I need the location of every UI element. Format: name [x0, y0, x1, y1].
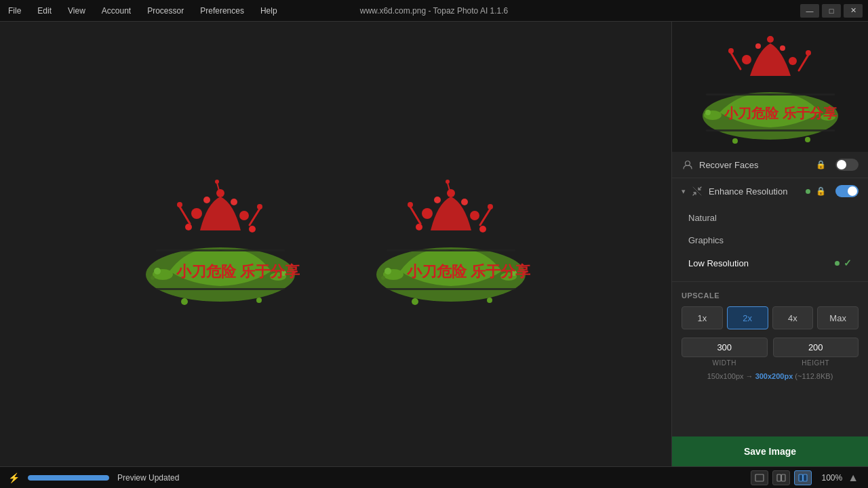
mode-low-resolution-indicators: ✓ — [835, 258, 852, 268]
zoom-up-button[interactable]: ▲ — [846, 472, 860, 484]
svg-point-27 — [422, 208, 433, 219]
minimize-button[interactable]: — — [800, 4, 819, 18]
svg-point-13 — [177, 202, 182, 207]
menu-preferences[interactable]: Preferences — [197, 5, 247, 17]
height-field: HEIGHT — [773, 338, 859, 367]
size-from: 150x100px — [707, 372, 744, 380]
close-button[interactable]: ✕ — [844, 4, 863, 18]
svg-rect-54 — [706, 94, 835, 96]
menu-view[interactable]: View — [65, 5, 88, 17]
svg-point-53 — [806, 50, 811, 56]
svg-point-24 — [384, 268, 391, 274]
enhance-resolution-lock-icon: 🔒 — [816, 186, 826, 196]
mode-graphics-label: Graphics — [688, 235, 724, 245]
svg-point-51 — [767, 36, 774, 43]
svg-point-33 — [479, 226, 486, 232]
title-bar: File Edit View Account Processor Prefere… — [0, 0, 868, 22]
mode-natural[interactable]: Natural — [679, 207, 861, 229]
svg-point-58 — [805, 137, 810, 142]
zoom-level: 100% — [821, 473, 842, 483]
svg-point-50 — [780, 45, 785, 51]
svg-point-30 — [461, 199, 468, 205]
activity-icon[interactable]: ⚡ — [8, 472, 20, 483]
svg-rect-60 — [755, 474, 764, 481]
menu-processor[interactable]: Processor — [144, 5, 186, 17]
svg-point-28 — [470, 211, 479, 220]
save-image-button[interactable]: Save Image — [672, 436, 868, 466]
menu-help[interactable]: Help — [258, 5, 280, 17]
height-input[interactable] — [773, 338, 859, 357]
enhance-resolution-toggle[interactable] — [835, 185, 859, 197]
size-to: 300x200px — [755, 372, 793, 380]
recover-faces-toggle[interactable] — [835, 159, 859, 171]
right-panel: 小刀危险 乐于分享 Recover Faces 🔒 — [671, 22, 868, 466]
window-title: www.x6d.com.png - Topaz Photo AI 1.1.6 — [360, 6, 509, 16]
view-split-button[interactable] — [772, 470, 790, 485]
svg-point-34 — [408, 202, 413, 207]
recover-faces-label: Recover Faces — [699, 160, 810, 170]
svg-point-41 — [487, 298, 492, 303]
menu-edit[interactable]: Edit — [35, 5, 54, 17]
mode-low-resolution[interactable]: Low Resolution ✓ — [679, 251, 861, 274]
svg-point-48 — [789, 57, 797, 65]
svg-rect-63 — [799, 474, 803, 481]
enhance-resolution-header[interactable]: ▾ Enhance Resolution 🔒 — [672, 178, 868, 204]
svg-point-9 — [231, 199, 237, 205]
svg-point-11 — [185, 224, 192, 230]
upscale-buttons: 1x 2x 4x Max — [682, 306, 859, 329]
upscale-1x-button[interactable]: 1x — [682, 306, 723, 329]
svg-point-35 — [488, 204, 493, 209]
mode-natural-label: Natural — [688, 213, 717, 223]
svg-point-29 — [434, 197, 441, 203]
mode-graphics[interactable]: Graphics — [679, 229, 861, 251]
upscale-max-button[interactable]: Max — [817, 306, 859, 329]
window-controls: — □ ✕ — [800, 4, 863, 18]
upscale-section: UPSCALE 1x 2x 4x Max WIDTH HEIGHT — [672, 282, 868, 390]
enhanced-image: 小刀危险 乐于分享 — [356, 169, 546, 319]
size-arrow-icon: → — [746, 372, 755, 380]
svg-rect-55 — [706, 129, 835, 131]
mode-low-resolution-label: Low Resolution — [688, 258, 749, 268]
svg-rect-17 — [156, 288, 285, 290]
original-image-container: 小刀危险 乐于分享 — [125, 169, 315, 319]
dimensions-row: WIDTH HEIGHT — [682, 338, 859, 367]
recover-faces-lock-icon: 🔒 — [816, 160, 826, 169]
enhanced-image-container: 小刀危险 乐于分享 — [356, 169, 546, 319]
progress-bar-fill — [28, 475, 109, 481]
canvas-area[interactable]: 小刀危险 乐于分享 — [0, 22, 671, 466]
upscale-2x-button[interactable]: 2x — [727, 306, 768, 329]
width-label: WIDTH — [682, 359, 768, 367]
controls-panel: Recover Faces 🔒 ▾ Enhance Resolution — [672, 152, 868, 436]
menu-account[interactable]: Account — [99, 5, 134, 17]
mode-low-resolution-check-icon: ✓ — [844, 258, 852, 268]
width-input[interactable] — [682, 338, 768, 357]
upscale-label: UPSCALE — [682, 291, 859, 300]
svg-rect-62 — [782, 474, 786, 481]
svg-point-26 — [381, 276, 385, 280]
width-field: WIDTH — [682, 338, 768, 367]
preview-thumbnail: 小刀危险 乐于分享 — [672, 22, 868, 152]
preview-updated-text: Preview Updated — [117, 473, 179, 483]
svg-point-8 — [203, 197, 210, 203]
main-layout: 小刀危险 乐于分享 — [0, 22, 868, 466]
height-label: HEIGHT — [773, 359, 859, 367]
canvas-images: 小刀危险 乐于分享 — [125, 169, 546, 319]
svg-text:小刀危险 乐于分享: 小刀危险 乐于分享 — [406, 263, 531, 280]
maximize-button[interactable]: □ — [822, 4, 841, 18]
upscale-4x-button[interactable]: 4x — [772, 306, 814, 329]
size-info: 150x100px → 300x200px (~112.8KB) — [682, 372, 859, 380]
svg-point-3 — [154, 268, 161, 274]
svg-point-47 — [742, 55, 751, 64]
svg-rect-61 — [777, 474, 781, 481]
svg-point-52 — [728, 48, 734, 54]
enhance-resolution-label: Enhance Resolution — [709, 186, 800, 197]
size-filesize: (~112.8KB) — [795, 372, 833, 380]
svg-point-7 — [239, 211, 249, 220]
view-single-button[interactable] — [751, 470, 768, 485]
menu-file[interactable]: File — [5, 5, 24, 17]
svg-point-14 — [257, 204, 262, 209]
svg-point-15 — [215, 180, 219, 184]
view-side-by-side-button[interactable] — [794, 470, 812, 485]
recover-faces-row: Recover Faces 🔒 — [672, 152, 868, 178]
mode-options: Natural Graphics Low Resolution ✓ — [672, 204, 868, 281]
